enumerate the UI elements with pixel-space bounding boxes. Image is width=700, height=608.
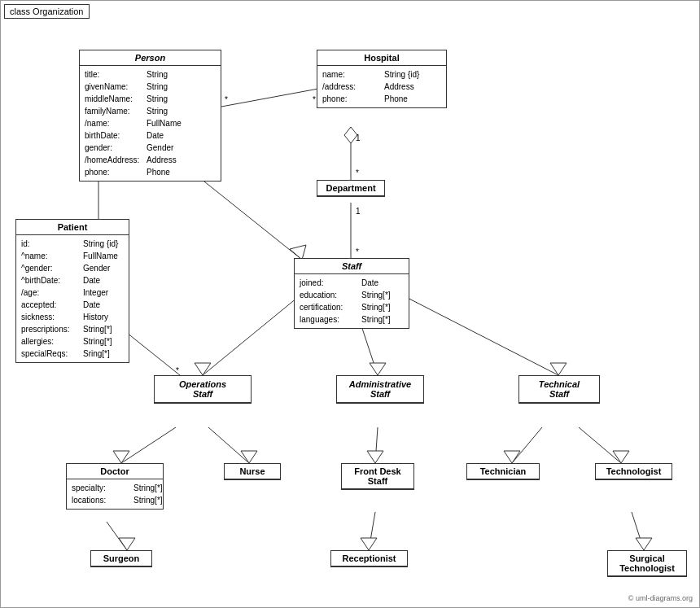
svg-marker-22 [550, 363, 567, 375]
svg-text:*: * [356, 168, 359, 177]
nurse-class: Nurse [224, 463, 281, 480]
svg-text:1: 1 [356, 207, 361, 216]
svg-marker-28 [367, 451, 383, 463]
copyright-text: © uml-diagrams.org [628, 594, 693, 602]
svg-text:*: * [176, 366, 179, 375]
svg-line-23 [121, 427, 176, 463]
hospital-class: Hospital name:String {id} /address:Addre… [317, 50, 447, 108]
svg-text:*: * [225, 95, 228, 104]
svg-line-21 [400, 294, 558, 375]
svg-line-27 [375, 427, 378, 463]
doctor-class: Doctor specialty:String[*] locations:Str… [66, 463, 164, 510]
hospital-header: Hospital [317, 50, 446, 66]
technologist-header: Technologist [596, 464, 672, 479]
doctor-header: Doctor [67, 464, 163, 479]
administrative-staff-header: Administrative Staff [337, 376, 423, 403]
person-body: title:String givenName:String middleName… [80, 66, 221, 181]
administrative-staff-class: Administrative Staff [336, 375, 424, 404]
staff-body: joined:Date education:String[*] certific… [295, 274, 409, 328]
surgical-technologist-class: Surgical Technologist [607, 550, 687, 577]
operations-staff-class: Operations Staff [154, 375, 252, 404]
technical-staff-header: Technical Staff [519, 376, 599, 403]
patient-header: Patient [16, 220, 129, 235]
technologist-class: Technologist [595, 463, 672, 480]
svg-marker-26 [241, 451, 257, 463]
department-header: Department [317, 181, 384, 196]
svg-line-29 [512, 427, 542, 463]
receptionist-class: Receptionist [330, 550, 408, 567]
doctor-body: specialty:String[*] locations:String[*] [67, 479, 163, 509]
svg-line-37 [632, 512, 644, 550]
svg-marker-4 [344, 127, 357, 143]
operations-staff-header: Operations Staff [155, 376, 251, 403]
technician-header: Technician [467, 464, 539, 479]
person-class: Person title:String givenName:String mid… [79, 50, 221, 182]
surgeon-header: Surgeon [91, 551, 151, 566]
svg-text:1: 1 [356, 133, 361, 142]
patient-class: Patient id:String {id} ^name:FullName ^g… [15, 219, 129, 363]
svg-marker-32 [613, 451, 629, 463]
svg-text:*: * [313, 95, 316, 104]
svg-line-14 [127, 333, 180, 375]
svg-marker-30 [504, 451, 520, 463]
svg-text:*: * [356, 247, 359, 256]
staff-class: Staff joined:Date education:String[*] ce… [294, 258, 409, 329]
patient-body: id:String {id} ^name:FullName ^gender:Ge… [16, 235, 129, 362]
staff-header: Staff [295, 259, 409, 274]
svg-line-33 [107, 522, 127, 550]
svg-marker-34 [119, 538, 135, 550]
svg-line-35 [369, 512, 375, 550]
svg-line-25 [208, 427, 249, 463]
nurse-header: Nurse [225, 464, 280, 479]
svg-marker-36 [361, 538, 377, 550]
svg-marker-38 [636, 538, 652, 550]
technical-staff-class: Technical Staff [518, 375, 600, 404]
technician-class: Technician [466, 463, 540, 480]
svg-line-31 [579, 427, 621, 463]
diagram-title: class Organization [4, 4, 90, 19]
department-class: Department [317, 180, 385, 197]
diagram-container: class Organization * * 1 * 1 * * * [0, 0, 700, 608]
surgeon-class: Surgeon [90, 550, 152, 567]
receptionist-header: Receptionist [331, 551, 407, 566]
front-desk-staff-class: Front Desk Staff [341, 463, 414, 490]
hospital-body: name:String {id} /address:Address phone:… [317, 66, 446, 107]
surgical-technologist-header: Surgical Technologist [608, 551, 686, 576]
svg-line-0 [221, 89, 318, 107]
svg-marker-18 [195, 363, 211, 375]
svg-marker-24 [113, 451, 129, 463]
front-desk-staff-header: Front Desk Staff [342, 464, 413, 489]
person-header: Person [80, 50, 221, 66]
svg-line-17 [203, 294, 302, 375]
svg-marker-20 [370, 363, 386, 375]
